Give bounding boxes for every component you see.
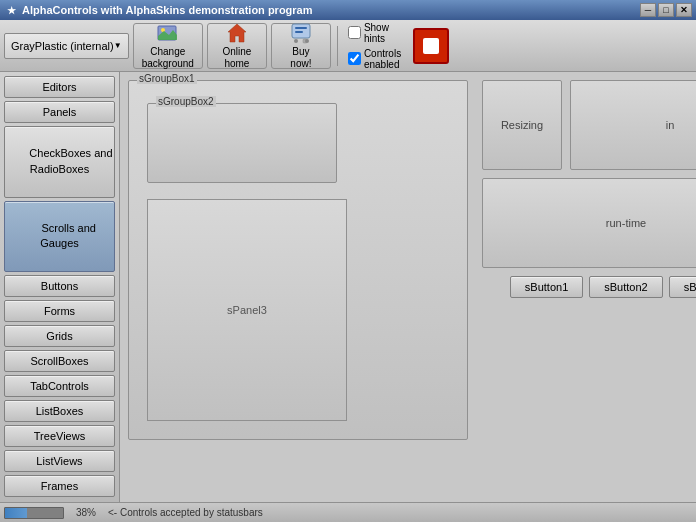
skin-selector-label: GrayPlastic (internal)	[11, 40, 114, 52]
runtime-label: run-time	[606, 217, 646, 229]
show-hints-row: Show hints	[348, 22, 401, 44]
stop-icon	[423, 38, 439, 54]
home-icon	[225, 22, 249, 44]
svg-point-9	[305, 39, 309, 43]
sidebar-item-treeviews[interactable]: TreeViews	[4, 425, 115, 447]
progress-percent-label: 38%	[76, 507, 96, 518]
sidebar-item-frames[interactable]: Frames	[4, 475, 115, 497]
svg-rect-6	[295, 31, 303, 33]
svg-marker-3	[228, 24, 246, 42]
app-icon: ★	[4, 3, 18, 17]
sbutton3[interactable]: sButton3	[669, 276, 696, 298]
title-bar-buttons: ─ □ ✕	[640, 3, 692, 17]
sidebar-item-listboxes[interactable]: ListBoxes	[4, 400, 115, 422]
toolbar: GrayPlastic (internal) ▼ Change backgrou…	[0, 20, 696, 72]
sidebar-item-grids[interactable]: Grids	[4, 325, 115, 347]
in-label: in	[666, 119, 675, 131]
controls-enabled-row: Controls enabled	[348, 48, 401, 70]
resizing-label: Resizing	[501, 119, 543, 131]
spanel3: sPanel3	[147, 199, 347, 421]
status-bar: 38% <- Controls accepted by statusbars	[0, 502, 696, 522]
chevron-down-icon: ▼	[114, 41, 122, 50]
show-hints-label: Show hints	[364, 22, 389, 44]
sidebar-item-checkboxes[interactable]: CheckBoxes and RadioBoxes	[4, 126, 115, 198]
right-panel: Resizing in run-time sButton1 sButton2 s…	[482, 80, 696, 494]
maximize-button[interactable]: □	[658, 3, 674, 17]
progress-bar-fill	[5, 508, 27, 518]
sidebar-item-buttons[interactable]: Buttons	[4, 275, 115, 297]
sidebar-item-forms[interactable]: Forms	[4, 300, 115, 322]
runtime-box: run-time	[482, 178, 696, 268]
main-area: Editors Panels CheckBoxes and RadioBoxes…	[0, 72, 696, 502]
status-text: <- Controls accepted by statusbars	[108, 507, 263, 518]
resizing-box: Resizing	[482, 80, 562, 170]
spanel3-label: sPanel3	[227, 304, 267, 316]
change-background-button[interactable]: Change background	[133, 23, 203, 69]
sidebar: Editors Panels CheckBoxes and RadioBoxes…	[0, 72, 120, 502]
sidebar-item-panels[interactable]: Panels	[4, 101, 115, 123]
change-background-label: Change background	[142, 46, 194, 70]
sidebar-item-editors[interactable]: Editors	[4, 76, 115, 98]
controls-enabled-label: Controls enabled	[364, 48, 401, 70]
controls-enabled-checkbox[interactable]	[348, 52, 361, 65]
buy-icon	[289, 22, 313, 44]
close-button[interactable]: ✕	[676, 3, 692, 17]
svg-rect-5	[295, 27, 307, 29]
sidebar-item-scrolls[interactable]: Scrolls and Gauges	[4, 201, 115, 273]
show-hints-checkbox[interactable]	[348, 26, 361, 39]
sidebar-item-tabcontrols[interactable]: TabControls	[4, 375, 115, 397]
content-area: sGroupBox1 sGroupBox2 sPanel3 Resizing i…	[120, 72, 696, 502]
sgroupbox1: sGroupBox1 sGroupBox2 sPanel3	[128, 80, 468, 440]
title-bar-title: AlphaControls with AlphaSkins demonstrat…	[22, 4, 640, 16]
sbutton1[interactable]: sButton1	[510, 276, 583, 298]
sgroupbox2: sGroupBox2	[147, 103, 337, 183]
sgroupbox2-label: sGroupBox2	[156, 96, 216, 107]
stop-button[interactable]	[413, 28, 449, 64]
toolbar-options: Show hints Controls enabled	[344, 20, 405, 72]
buy-now-label: Buy now!	[290, 46, 311, 70]
title-bar: ★ AlphaControls with AlphaSkins demonstr…	[0, 0, 696, 20]
skin-selector[interactable]: GrayPlastic (internal) ▼	[4, 33, 129, 59]
online-home-button[interactable]: Online home	[207, 23, 267, 69]
online-home-label: Online home	[222, 46, 251, 70]
toolbar-separator	[337, 26, 338, 66]
buy-now-button[interactable]: Buy now!	[271, 23, 331, 69]
minimize-button[interactable]: ─	[640, 3, 656, 17]
sbutton2[interactable]: sButton2	[589, 276, 662, 298]
resize-top-row: Resizing in	[482, 80, 696, 170]
bottom-buttons-row: sButton1 sButton2 sButton3	[482, 276, 696, 298]
in-box: in	[570, 80, 696, 170]
svg-point-8	[294, 39, 298, 43]
progress-bar-container	[4, 507, 64, 519]
sidebar-item-listviews[interactable]: ListViews	[4, 450, 115, 472]
sgroupbox1-label: sGroupBox1	[137, 73, 197, 84]
change-bg-icon	[156, 22, 180, 44]
sidebar-item-scrollboxes[interactable]: ScrollBoxes	[4, 350, 115, 372]
